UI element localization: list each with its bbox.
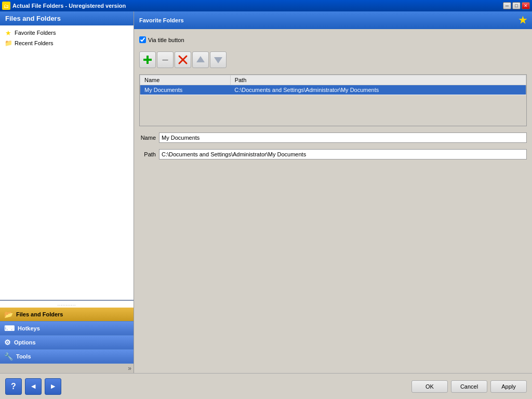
name-label: Name [139,135,156,141]
left-panel-header: Files and Folders [0,11,134,25]
svg-marker-4 [196,56,205,62]
via-title-button-label: Via title button [148,37,184,43]
back-icon: ◀ [31,383,35,390]
via-title-button-checkbox[interactable] [139,36,146,43]
name-field-row: Name [139,132,527,143]
left-bottom-nav: ........... 📂 Files and Folders ⌨ Hotkey… [0,300,134,373]
folder-table-container: Name Path My Documents C:\Documents and … [139,74,527,126]
ok-button[interactable]: OK [411,380,448,393]
row-name: My Documents [140,85,231,95]
title-bar-left: 🗂 Actual File Folders - Unregistered ver… [2,2,126,10]
svg-rect-1 [143,59,152,61]
options-icon: ⚙ [4,338,11,347]
cancel-button[interactable]: Cancel [451,380,487,393]
apply-button[interactable]: Apply [490,380,527,393]
nav-label: Files and Folders [16,311,63,317]
nav-label: Tools [16,353,31,360]
right-panel: Favorite Folders ★ Via title button — [134,11,532,373]
plus-icon [142,55,153,65]
expand-icon[interactable]: » [128,365,131,372]
col-header-path: Path [230,75,526,85]
tools-icon: 🔧 [4,352,13,361]
hotkeys-icon: ⌨ [4,324,15,332]
star-icon: ★ [4,29,12,37]
row-path: C:\Documents and Settings\Administrator\… [230,85,526,95]
nav-label: Options [14,339,36,345]
down-arrow-icon [213,55,223,65]
sidebar-item-recent-folders[interactable]: 📁 Recent Folders [2,38,131,48]
left-panel-content: ★ Favorite Folders 📁 Recent Folders [0,25,134,300]
bottom-left-icons: ? ◀ ▶ [5,378,61,395]
path-label: Path [139,151,156,157]
sidebar-item-label: Recent Folders [15,40,54,46]
move-down-button[interactable] [210,51,227,68]
nav-label: Hotkeys [18,325,40,331]
via-title-button-row: Via title button [139,34,527,45]
header-star-icon: ★ [518,15,527,26]
name-input[interactable] [159,132,527,143]
title-text: Actual File Folders - Unregistered versi… [12,3,126,9]
svg-marker-5 [214,57,222,63]
nav-item-tools[interactable]: 🔧 Tools [0,350,134,364]
sidebar-item-favorite-folders[interactable]: ★ Favorite Folders [2,28,131,38]
files-folders-icon: 📂 [4,310,13,318]
left-panel: Files and Folders ★ Favorite Folders 📁 R… [0,11,134,373]
main-container: Files and Folders ★ Favorite Folders 📁 R… [0,11,532,373]
folder-toolbar: — [139,49,527,70]
path-field-row: Path [139,149,527,159]
dots-separator: ........... [0,301,134,308]
folder-icon: 📁 [4,39,12,47]
close-button[interactable]: ✕ [522,2,530,9]
separator-button[interactable]: — [157,51,174,68]
delete-button[interactable] [175,51,191,68]
nav-item-files-and-folders[interactable]: 📂 Files and Folders [0,308,134,322]
forward-button[interactable]: ▶ [45,378,61,395]
path-input[interactable] [159,149,527,159]
title-buttons: ─ □ ✕ [503,2,530,9]
forward-icon: ▶ [51,383,55,390]
bottom-right-buttons: OK Cancel Apply [411,380,527,393]
back-button[interactable]: ◀ [25,378,42,395]
nav-item-options[interactable]: ⚙ Options [0,336,134,350]
x-icon [178,55,188,65]
favorite-folders-title: Favorite Folders [139,17,184,23]
add-button[interactable] [139,51,156,68]
help-button[interactable]: ? [5,378,22,395]
table-row[interactable]: My Documents C:\Documents and Settings\A… [140,85,526,95]
move-up-button[interactable] [192,51,209,68]
app-icon: 🗂 [2,2,10,10]
folder-table: Name Path My Documents C:\Documents and … [140,75,526,95]
help-icon: ? [11,382,16,391]
dash-icon: — [163,57,168,63]
right-panel-header: Favorite Folders ★ [134,11,532,29]
sidebar-item-label: Favorite Folders [15,30,56,36]
nav-item-hotkeys[interactable]: ⌨ Hotkeys [0,322,134,336]
col-header-name: Name [140,75,231,85]
minimize-button[interactable]: ─ [503,2,511,9]
title-bar: 🗂 Actual File Folders - Unregistered ver… [0,0,532,11]
maximize-button[interactable]: □ [512,2,521,9]
right-panel-content: Via title button — [134,29,532,373]
up-arrow-icon [195,55,206,65]
bottom-bar: ? ◀ ▶ OK Cancel Apply [0,373,532,399]
